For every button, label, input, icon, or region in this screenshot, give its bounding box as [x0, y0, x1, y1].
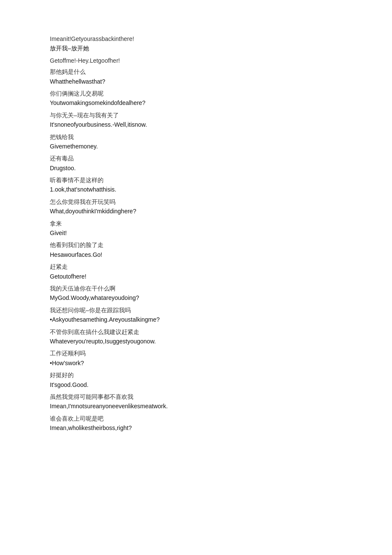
subtitle-pair: 我还想问你呢–你是在跟踪我吗•Askyouthesamething.Areyou… — [50, 305, 342, 325]
english-line: It'snoneofyourbusiness.-Well,itisnow. — [50, 120, 342, 129]
english-line: What,doyouthinkI'mkiddinghere? — [50, 206, 342, 216]
chinese-line: 虽然我觉得可能同事都不喜欢我 — [50, 392, 342, 401]
english-line: Whatthehellwasthat? — [50, 77, 342, 86]
chinese-line: 谁会喜欢上司呢是吧 — [50, 414, 342, 423]
chinese-line: 听着事情不是这样的 — [50, 175, 342, 185]
chinese-line: 那他妈是什么 — [50, 67, 342, 76]
subtitle-pair: 那他妈是什么Whatthehellwasthat? — [50, 67, 342, 86]
chinese-line: 好挺好的 — [50, 370, 342, 380]
subtitle-pair: 工作还顺利吗•How'swork? — [50, 349, 342, 368]
english-line: Imean,I'mnotsureanyoneevenlikesmeatwork. — [50, 401, 342, 411]
chinese-line: 不管你到底在搞什么我建议赶紧走 — [50, 327, 342, 337]
subtitle-pair: 不管你到底在搞什么我建议赶紧走Whateveryou'reupto,Isugge… — [50, 327, 342, 346]
subtitle-pair: 与你无关–现在与我有关了It'snoneofyourbusiness.-Well… — [50, 110, 342, 130]
chinese-line: 工作还顺利吗 — [50, 349, 342, 358]
english-line: MyGod.Woody,whatareyoudoing? — [50, 293, 342, 302]
english-line: •Askyouthesamething.Areyoustalkingme? — [50, 315, 342, 324]
chinese-line: Imeanit!Getyourassbackinthere! — [50, 34, 342, 44]
subtitle-pair: Getoffme!-Hey.Letgoofher! — [50, 56, 342, 65]
subtitle-pair: 谁会喜欢上司呢是吧Imean,wholikestheirboss,right? — [50, 414, 342, 433]
chinese-line: 怎么你觉得我在开玩笑吗 — [50, 197, 342, 206]
english-line: Whateveryou'reupto,Isuggestyougonow. — [50, 337, 342, 346]
chinese-line: 他看到我们的脸了走 — [50, 240, 342, 250]
chinese-line: 与你无关–现在与我有关了 — [50, 110, 342, 120]
subtitle-pair: 怎么你觉得我在开玩笑吗What,doyouthinkI'mkiddinghere… — [50, 197, 342, 216]
chinese-line: 我的天伍迪你在干什么啊 — [50, 284, 342, 293]
subtitle-pair: 好挺好的It'sgood.Good. — [50, 370, 342, 389]
subtitle-pair: 把钱给我Givemethemoney. — [50, 132, 342, 151]
subtitle-pair: 拿来Giveit! — [50, 219, 342, 238]
english-line: Hesawourfaces.Go! — [50, 250, 342, 259]
subtitle-pair: 听着事情不是这样的1.ook,that'snotwhatthisis. — [50, 175, 342, 195]
english-line: Imean,wholikestheirboss,right? — [50, 423, 342, 433]
subtitle-pair: 他看到我们的脸了走Hesawourfaces.Go! — [50, 240, 342, 259]
english-line: 1.ook,that'snotwhatthisis. — [50, 185, 342, 194]
chinese-line: Getoffme!-Hey.Letgoofher! — [50, 56, 342, 65]
subtitle-pair: Imeanit!Getyourassbackinthere!放开我–放开她 — [50, 34, 342, 53]
chinese-line: 还有毒品 — [50, 154, 342, 163]
chinese-line: 赶紧走 — [50, 262, 342, 271]
english-line: Givemethemoney. — [50, 142, 342, 151]
chinese-line: 你们俩搁这儿交易呢 — [50, 89, 342, 98]
english-line: It'sgood.Good. — [50, 380, 342, 389]
subtitle-pair: 还有毒品Drugstoo. — [50, 154, 342, 173]
subtitle-pair: 虽然我觉得可能同事都不喜欢我Imean,I'mnotsureanyoneeven… — [50, 392, 342, 411]
english-line: Drugstoo. — [50, 163, 342, 173]
subtitle-pair: 你们俩搁这儿交易呢Youtwomakingsomekindofdealhere? — [50, 89, 342, 108]
chinese-line: 把钱给我 — [50, 132, 342, 142]
subtitle-pair: 赶紧走Getoutofhere! — [50, 262, 342, 281]
chinese-line: 我还想问你呢–你是在跟踪我吗 — [50, 305, 342, 315]
english-line: •How'swork? — [50, 358, 342, 368]
content-container: Imeanit!Getyourassbackinthere!放开我–放开她Get… — [50, 34, 342, 433]
english-line: Youtwomakingsomekindofdealhere? — [50, 98, 342, 108]
chinese-line: 拿来 — [50, 219, 342, 228]
english-line: Getoutofhere! — [50, 272, 342, 281]
subtitle-pair: 我的天伍迪你在干什么啊MyGod.Woody,whatareyoudoing? — [50, 284, 342, 303]
english-line: Giveit! — [50, 228, 342, 238]
english-line: 放开我–放开她 — [50, 44, 342, 53]
